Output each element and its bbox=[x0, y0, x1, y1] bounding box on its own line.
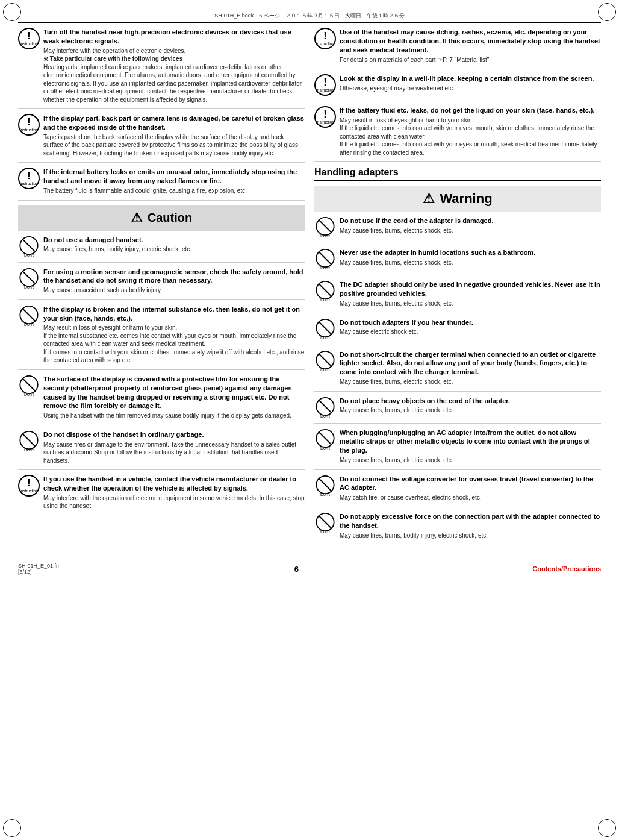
instruction-block-4: ! Instruction If you use the handset in … bbox=[18, 475, 305, 515]
corner-mark-tr bbox=[598, 3, 616, 21]
warning-dont-icon-3: Don't bbox=[314, 280, 336, 302]
rinstr1-sub: For details on materials of each part ☞P… bbox=[340, 56, 601, 64]
corner-mark-br bbox=[598, 819, 616, 837]
instruction-icon-1: ! Instruction bbox=[18, 28, 40, 49]
wdont7-main: When plugging/unplugging an AC adapter i… bbox=[340, 428, 601, 456]
rinstr2-sub: Otherwise, eyesight may be weakened etc. bbox=[340, 84, 601, 93]
warning-dont-block-7: Don't When plugging/unplugging an AC ada… bbox=[314, 428, 601, 470]
wdont8-sub: May catch fire, or cause overheat, elect… bbox=[340, 494, 601, 502]
instruction-icon-4: ! Instruction bbox=[18, 475, 40, 497]
wdont9-main: Do not apply excessive force on the conn… bbox=[340, 512, 601, 530]
rinstr2-main: Look at the display in a well-lit place,… bbox=[340, 74, 601, 83]
wdont6-main: Do not place heavy objects on the cord o… bbox=[340, 396, 601, 406]
wdont2-main: Never use the adapter in humid locations… bbox=[340, 248, 601, 257]
dont5-main: Do not dispose of the handset in ordinar… bbox=[43, 430, 305, 439]
warning-dont-block-4: Don't Do not touch adapters if you hear … bbox=[314, 318, 601, 345]
warning-dont-icon-2: Don't bbox=[314, 248, 336, 270]
warning-dont-icon-6: Don't bbox=[314, 396, 336, 418]
dont-block-3: Don't If the display is broken and the i… bbox=[18, 305, 305, 370]
dont1-sub: May cause fires, burns, bodily injury, e… bbox=[43, 245, 305, 254]
caution-label: Caution bbox=[148, 211, 192, 225]
instr2-main: If the display part, back part or camera… bbox=[43, 114, 305, 132]
wdont9-sub: May cause fires, burns, bodily injury, e… bbox=[340, 531, 601, 540]
footer-file: SH-01H_E_01.fm [6/12] bbox=[18, 563, 61, 575]
instr4-sub: May interfere with the operation of elec… bbox=[43, 494, 305, 510]
svg-line-17 bbox=[319, 321, 332, 334]
svg-line-19 bbox=[319, 353, 332, 366]
instruction-icon-3: ! Instruction bbox=[18, 168, 40, 189]
dont-icon-2: Don't bbox=[18, 268, 40, 289]
footer-page-number: 6 bbox=[294, 565, 299, 574]
warning-dont-block-8: Don't Do not connect the voltage convert… bbox=[314, 475, 601, 507]
right-column: ! Instruction Use of the handset may cau… bbox=[314, 28, 601, 549]
right-instruction-block-2: ! Instruction Look at the display in a w… bbox=[314, 74, 601, 101]
dont1-main: Do not use a damaged handset. bbox=[43, 236, 305, 245]
dont4-main: The surface of the display is covered wi… bbox=[43, 375, 305, 410]
right-instruction-icon-1: ! Instruction bbox=[314, 28, 336, 49]
corner-mark-tl bbox=[3, 3, 21, 21]
dont-icon-5: Don't bbox=[18, 430, 40, 452]
left-column: ! Instruction Turn off the handset near … bbox=[18, 28, 305, 549]
dont-block-1: Don't Do not use a damaged handset. May … bbox=[18, 236, 305, 263]
svg-line-27 bbox=[319, 515, 332, 528]
instr2-sub: Tape is pasted on the back surface of th… bbox=[43, 133, 305, 158]
instr1-sub: May interfere with the operation of elec… bbox=[43, 47, 305, 104]
wdont1-sub: May cause fires, burns, electric shock, … bbox=[340, 227, 601, 235]
wdont8-main: Do not connect the voltage converter for… bbox=[340, 475, 601, 493]
dont3-main: If the display is broken and the interna… bbox=[43, 305, 305, 323]
warning-dont-block-9: Don't Do not apply excessive force on th… bbox=[314, 512, 601, 544]
instruction-block-2: ! Instruction If the display part, back … bbox=[18, 114, 305, 163]
warning-dont-icon-8: Don't bbox=[314, 475, 336, 497]
warning-dont-icon-7: Don't bbox=[314, 428, 336, 450]
instruction-icon-2: ! Instruction bbox=[18, 114, 40, 136]
warning-section-header: ⚠ Warning bbox=[314, 186, 601, 212]
wdont7-sub: May cause fires, burns, electric shock, … bbox=[340, 456, 601, 465]
page-header: SH-01H_E.book 6 ページ ２０１５年９月１５日 火曜日 午後１時２… bbox=[18, 12, 601, 23]
instr4-main: If you use the handset in a vehicle, con… bbox=[43, 475, 305, 493]
wdont4-sub: May cause electric shock etc. bbox=[340, 328, 601, 336]
warning-triangle-icon: ⚠ bbox=[423, 191, 435, 207]
wdont2-sub: May cause fires, burns, electric shock, … bbox=[340, 259, 601, 267]
warning-dont-icon-1: Don't bbox=[314, 216, 336, 238]
warning-dont-block-1: Don't Do not use if the cord of the adap… bbox=[314, 216, 601, 243]
svg-line-9 bbox=[22, 433, 36, 447]
dont2-main: For using a motion sensor and geomagneti… bbox=[43, 268, 305, 286]
svg-line-5 bbox=[22, 308, 36, 321]
instr3-sub: The battery fluid is flammable and could… bbox=[43, 187, 305, 195]
dont2-sub: May cause an accident such as bodily inj… bbox=[43, 286, 305, 295]
wdont5-main: Do not short-circuit the charger termina… bbox=[340, 350, 601, 377]
corner-mark-bl bbox=[3, 819, 21, 837]
warning-dont-block-5: Don't Do not short-circuit the charger t… bbox=[314, 350, 601, 392]
handling-adapters-title: Handling adapters bbox=[314, 167, 601, 181]
wdont3-main: The DC adapter should only be used in ne… bbox=[340, 280, 601, 298]
warning-label: Warning bbox=[440, 191, 492, 207]
right-instruction-block-3: ! Instruction If the battery fluid etc. … bbox=[314, 106, 601, 162]
instr3-main: If the internal battery leaks or emits a… bbox=[43, 168, 305, 186]
dont5-sub: May cause fires or damage to the environ… bbox=[43, 440, 305, 465]
svg-line-21 bbox=[319, 400, 332, 413]
right-instruction-icon-3: ! Instruction bbox=[314, 106, 336, 128]
footer-nav: Contents/Precautions bbox=[532, 565, 601, 572]
caution-triangle-icon: ⚠ bbox=[131, 210, 143, 226]
rinstr1-main: Use of the handset may cause itching, ra… bbox=[340, 28, 601, 55]
svg-line-23 bbox=[319, 431, 332, 445]
instruction-block-1: ! Instruction Turn off the handset near … bbox=[18, 28, 305, 109]
wdont3-sub: May cause fires, burns, electric shock, … bbox=[340, 299, 601, 308]
dont3-sub: May result in loss of eyesight or harm t… bbox=[43, 324, 305, 365]
svg-line-3 bbox=[22, 271, 36, 284]
dont4-sub: Using the handset with the film removed … bbox=[43, 412, 305, 420]
svg-line-15 bbox=[319, 284, 332, 297]
warning-dont-block-6: Don't Do not place heavy objects on the … bbox=[314, 396, 601, 424]
warning-dont-icon-9: Don't bbox=[314, 512, 336, 534]
dont-block-4: Don't The surface of the display is cove… bbox=[18, 375, 305, 425]
wdont5-sub: May cause fires, burns, electric shock, … bbox=[340, 378, 601, 386]
wdont1-main: Do not use if the cord of the adapter is… bbox=[340, 216, 601, 225]
instruction-block-3: ! Instruction If the internal battery le… bbox=[18, 168, 305, 200]
caution-section-header: ⚠ Caution bbox=[18, 205, 305, 231]
dont-block-2: Don't For using a motion sensor and geom… bbox=[18, 268, 305, 300]
warning-dont-block-2: Don't Never use the adapter in humid loc… bbox=[314, 248, 601, 275]
warning-dont-icon-4: Don't bbox=[314, 318, 336, 340]
svg-line-7 bbox=[22, 378, 36, 391]
wdont6-sub: May cause fires, burns, electric shock, … bbox=[340, 406, 601, 415]
wdont4-main: Do not touch adapters if you hear thunde… bbox=[340, 318, 601, 327]
